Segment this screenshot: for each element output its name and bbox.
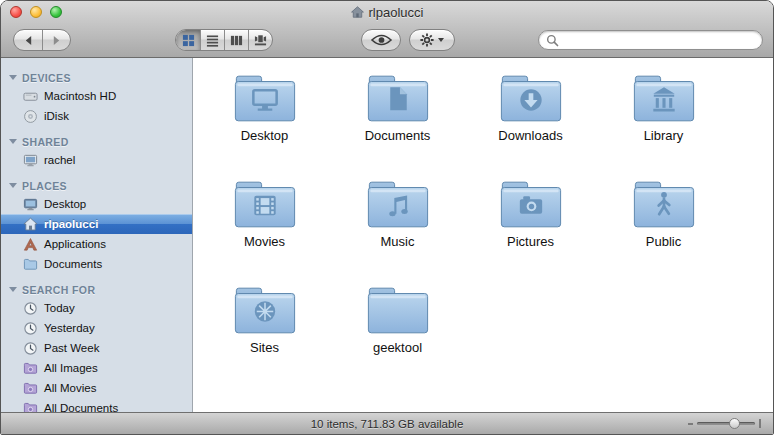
sidebar-item-label: Yesterday	[44, 322, 95, 334]
folder-pictures[interactable]: Pictures	[464, 176, 597, 282]
sidebar-item-desktop[interactable]: Desktop	[1, 194, 192, 214]
folder-grid: Desktop Documents	[193, 58, 773, 412]
folder-icon	[631, 176, 697, 233]
column-view-button[interactable]	[224, 30, 248, 50]
sidebar-item-macintosh-hd[interactable]: Macintosh HD	[1, 86, 192, 106]
folder-label: Desktop	[241, 128, 289, 143]
folder-label: Public	[646, 234, 681, 249]
sidebar-item-label: Today	[44, 302, 75, 314]
back-button[interactable]	[14, 30, 42, 50]
sidebar-item-yesterday[interactable]: Yesterday	[1, 318, 192, 338]
sidebar-item-label: rlpaolucci	[44, 218, 98, 230]
window-title: rlpaolucci	[1, 5, 773, 20]
section-header-search-for[interactable]: SEARCH FOR	[1, 281, 192, 298]
folder-icon	[232, 282, 298, 339]
sidebar-item-all-movies[interactable]: All Movies	[1, 378, 192, 398]
sidebar-item-label: All Movies	[44, 382, 96, 394]
slider-track[interactable]	[697, 422, 755, 425]
finder-window: rlpaolucci	[0, 0, 774, 435]
folder-downloads[interactable]: Downloads	[464, 70, 597, 176]
quick-look-button[interactable]	[361, 29, 401, 51]
column-view-icon	[230, 34, 243, 47]
section-label: PLACES	[22, 180, 67, 192]
smart-folder-icon	[23, 361, 38, 376]
smart-folder-icon	[23, 381, 38, 396]
sidebar-item-past-week[interactable]: Past Week	[1, 338, 192, 358]
smart-folder-icon	[23, 401, 38, 413]
folder-library[interactable]: Library	[597, 70, 730, 176]
shared-computer-icon	[23, 153, 38, 168]
folder-desktop[interactable]: Desktop	[198, 70, 331, 176]
folder-music[interactable]: Music	[331, 176, 464, 282]
sidebar-item-label: Past Week	[44, 342, 99, 354]
sidebar-item-all-images[interactable]: All Images	[1, 358, 192, 378]
chevron-right-icon	[52, 35, 61, 46]
folder-label: Sites	[250, 340, 279, 355]
folder-label: geektool	[373, 340, 422, 355]
sidebar-section-devices: DEVICES Macintosh HD iDisk	[1, 69, 192, 126]
clock-icon	[23, 321, 38, 336]
magnifier-icon	[546, 34, 559, 47]
folder-sites[interactable]: Sites	[198, 282, 331, 388]
status-bar: 10 items, 711.83 GB available	[1, 412, 773, 434]
sidebar-section-shared: SHARED rachel	[1, 133, 192, 170]
cover-flow-view-button[interactable]	[248, 30, 272, 50]
folder-documents[interactable]: Documents	[331, 70, 464, 176]
sidebar-item-label: iDisk	[44, 110, 69, 122]
sidebar: DEVICES Macintosh HD iDisk SHARED	[1, 58, 193, 412]
section-header-places[interactable]: PLACES	[1, 177, 192, 194]
folder-public[interactable]: Public	[597, 176, 730, 282]
search-field[interactable]	[538, 30, 763, 50]
view-mode-switcher	[175, 29, 273, 51]
home-icon	[23, 217, 38, 232]
chevron-left-icon	[24, 35, 33, 46]
folder-icon	[498, 176, 564, 233]
window-chrome: rlpaolucci	[1, 1, 773, 58]
action-menu-button[interactable]	[409, 29, 455, 51]
clock-icon	[23, 301, 38, 316]
filmstrip-glyph-icon	[254, 196, 275, 215]
disclosure-triangle-icon[interactable]	[9, 287, 17, 292]
folder-label: Pictures	[507, 234, 554, 249]
sidebar-item-rlpaolucci[interactable]: rlpaolucci	[1, 214, 192, 234]
folder-icon	[232, 70, 298, 127]
sidebar-section-search-for: SEARCH FOR Today Yesterday Past Week All…	[1, 281, 192, 412]
slider-knob[interactable]	[729, 418, 740, 429]
sidebar-item-rachel[interactable]: rachel	[1, 150, 192, 170]
section-label: DEVICES	[22, 72, 71, 84]
section-label: SHARED	[22, 136, 69, 148]
folder-label: Movies	[244, 234, 285, 249]
status-text: 10 items, 711.83 GB available	[311, 418, 464, 430]
folder-geektool[interactable]: geektool	[331, 282, 464, 388]
section-header-devices[interactable]: DEVICES	[1, 69, 192, 86]
sidebar-item-all-documents[interactable]: All Documents	[1, 398, 192, 412]
camera-glyph-icon	[501, 182, 560, 227]
compass-wheel-glyph-icon	[254, 301, 274, 321]
eye-icon	[371, 34, 392, 46]
search-input[interactable]	[563, 32, 755, 48]
disclosure-triangle-icon[interactable]	[9, 139, 17, 144]
list-view-button[interactable]	[200, 30, 224, 50]
sidebar-item-applications[interactable]: Applications	[1, 234, 192, 254]
titlebar[interactable]: rlpaolucci	[1, 1, 773, 23]
section-header-shared[interactable]: SHARED	[1, 133, 192, 150]
icon-view-button[interactable]	[176, 30, 200, 50]
disclosure-triangle-icon[interactable]	[9, 75, 17, 80]
forward-button[interactable]	[42, 30, 70, 50]
chevron-down-icon	[438, 38, 444, 42]
sidebar-item-idisk[interactable]: iDisk	[1, 106, 192, 126]
folder-label: Library	[644, 128, 684, 143]
window-title-text: rlpaolucci	[369, 5, 424, 20]
icon-size-slider[interactable]	[688, 413, 761, 434]
clock-icon	[23, 341, 38, 356]
sidebar-item-label: rachel	[44, 154, 75, 166]
sidebar-item-today[interactable]: Today	[1, 298, 192, 318]
folder-label: Music	[381, 234, 415, 249]
sidebar-item-documents[interactable]: Documents	[1, 254, 192, 274]
folder-icon	[365, 70, 431, 127]
blue-folder-icon	[23, 257, 38, 272]
sidebar-item-label: Macintosh HD	[44, 90, 116, 102]
disclosure-triangle-icon[interactable]	[9, 183, 17, 188]
folder-movies[interactable]: Movies	[198, 176, 331, 282]
sidebar-section-places: PLACES Desktop rlpaolucci Applications D…	[1, 177, 192, 274]
